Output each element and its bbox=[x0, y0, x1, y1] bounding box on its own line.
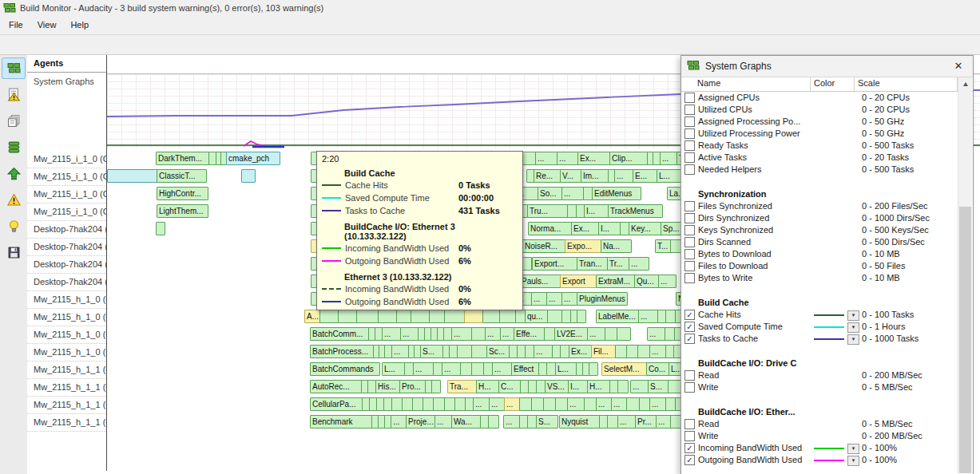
task-bar[interactable]: BatchCommands bbox=[310, 362, 380, 376]
task-bar[interactable]: Proje... bbox=[406, 415, 437, 429]
task-bar[interactable] bbox=[241, 169, 256, 183]
agent-row[interactable]: Desktop-7hak204 (C bbox=[27, 221, 106, 239]
graph-item-row[interactable]: Keys Synchronized0 - 500 Keys/Sec bbox=[681, 224, 958, 236]
task-bar[interactable]: Pr... bbox=[635, 415, 658, 429]
build-monitor-icon[interactable] bbox=[2, 57, 26, 79]
task-bar[interactable]: SelectM... bbox=[601, 362, 649, 376]
graph-checkbox[interactable] bbox=[684, 117, 695, 127]
task-bar[interactable]: Export... bbox=[532, 257, 579, 271]
task-bar[interactable] bbox=[607, 415, 618, 429]
scroll-up-icon[interactable] bbox=[958, 77, 972, 90]
task-bar[interactable]: EditMenus bbox=[592, 187, 641, 200]
agent-row[interactable]: Mw_2115_h_1_1 (C bbox=[27, 379, 106, 397]
task-bar[interactable]: L... bbox=[382, 362, 407, 376]
agent-row[interactable]: Mw_2115_i_1_0 (Co bbox=[27, 151, 106, 168]
task-bar[interactable]: TrackMenus bbox=[608, 204, 663, 218]
task-bar[interactable]: LightThem... bbox=[157, 204, 208, 218]
graph-checkbox[interactable] bbox=[684, 93, 695, 103]
task-bar[interactable] bbox=[457, 345, 473, 358]
column-separator[interactable] bbox=[810, 77, 811, 91]
task-bar[interactable] bbox=[471, 345, 487, 358]
graph-checkbox[interactable] bbox=[684, 431, 695, 441]
build-cache-icon[interactable] bbox=[2, 136, 26, 158]
task-bar[interactable]: AutoRec... bbox=[310, 380, 363, 393]
graph-checkbox[interactable]: ✓ bbox=[684, 455, 695, 465]
task-bar[interactable]: Norma... bbox=[528, 222, 573, 235]
graph-item-row[interactable]: Utilized CPUs0 - 20 CPUs bbox=[681, 104, 958, 116]
menu-help[interactable]: Help bbox=[63, 16, 96, 34]
agent-row[interactable]: Mw_2115_h_1_1 (C bbox=[27, 361, 106, 379]
task-bar[interactable]: NoiseR... bbox=[522, 239, 567, 253]
task-bar[interactable]: DarkThem... bbox=[156, 152, 211, 165]
agent-row[interactable]: Mw_2115_h_1_0 (C bbox=[27, 309, 106, 326]
graph-item-row[interactable]: Write0 - 200 MB/Sec bbox=[681, 430, 958, 442]
task-bar[interactable]: Benchmark bbox=[310, 415, 374, 429]
task-bar[interactable]: Wa... bbox=[451, 415, 482, 429]
graph-checkbox[interactable]: ✓ bbox=[684, 443, 695, 453]
graph-item-row[interactable]: Bytes to Download0 - 10 MB bbox=[681, 248, 958, 260]
graph-item-row[interactable]: ✓Incoming BandWidth Used▾0 - 100% bbox=[681, 442, 958, 454]
agent-row[interactable]: Mw_2115_h_1_1 (C bbox=[27, 397, 106, 414]
graph-checkbox[interactable] bbox=[684, 261, 695, 271]
graph-item-row[interactable]: Assigned Processing Po...0 - 50 GHz bbox=[681, 116, 958, 128]
task-bar[interactable]: ... bbox=[647, 327, 666, 341]
color-dropdown[interactable]: ▾ bbox=[847, 444, 859, 454]
graph-item-row[interactable]: Dirs Scanned0 - 500 Dirs/Sec bbox=[681, 236, 958, 248]
graph-checkbox[interactable] bbox=[684, 140, 695, 151]
task-bar[interactable] bbox=[156, 222, 165, 235]
task-bar[interactable]: Ex... bbox=[571, 222, 601, 235]
task-bar[interactable]: Pauls... bbox=[519, 275, 562, 288]
task-bar[interactable]: Tru... bbox=[527, 204, 569, 218]
color-dropdown[interactable]: ▾ bbox=[847, 334, 859, 345]
task-bar[interactable]: Ex... bbox=[569, 345, 593, 358]
graph-item-row[interactable]: Files Synchronized0 - 200 Files/Sec bbox=[681, 200, 958, 212]
graph-checkbox[interactable]: ✓ bbox=[684, 310, 695, 320]
graph-item-row[interactable]: ✓Tasks to Cache▾0 - 1000 Tasks bbox=[681, 333, 958, 345]
upload-icon[interactable] bbox=[2, 163, 26, 184]
task-bar[interactable] bbox=[577, 310, 586, 323]
graph-item-row[interactable]: Ready Tasks0 - 500 Tasks bbox=[681, 140, 958, 152]
task-bar[interactable]: C... bbox=[498, 380, 522, 393]
graph-checkbox[interactable] bbox=[684, 105, 695, 115]
color-dropdown[interactable]: ▾ bbox=[847, 456, 859, 466]
task-bar[interactable]: ... bbox=[638, 310, 660, 323]
task-bar[interactable]: Key... bbox=[629, 222, 663, 235]
task-bar[interactable] bbox=[617, 380, 629, 393]
task-bar[interactable]: Effect bbox=[511, 362, 541, 376]
task-bar[interactable]: S... bbox=[648, 380, 670, 393]
graph-item-row[interactable]: Read0 - 200 MB/Sec bbox=[681, 369, 958, 381]
graph-item-row[interactable]: ✓Cache Hits▾0 - 100 Tasks bbox=[681, 309, 958, 321]
graph-item-row[interactable]: Assigned CPUs0 - 20 CPUs bbox=[681, 92, 958, 104]
task-bar[interactable]: E... bbox=[633, 169, 659, 183]
task-bar[interactable]: CellularPa... bbox=[310, 397, 364, 411]
graph-item-row[interactable]: Read0 - 5 MB/Sec bbox=[681, 418, 958, 430]
graph-checkbox[interactable] bbox=[684, 152, 695, 163]
graph-checkbox[interactable] bbox=[684, 201, 695, 211]
graph-item-row[interactable]: Utilized Processing Power0 - 50 GHz bbox=[681, 128, 958, 140]
agent-row[interactable]: Desktop-7hak204 (C bbox=[27, 274, 106, 291]
graph-item-row[interactable]: Files to Download0 - 50 Files bbox=[681, 260, 958, 272]
graph-checkbox[interactable] bbox=[684, 382, 695, 393]
save-icon[interactable] bbox=[2, 242, 26, 263]
task-bar[interactable]: PluginMenus bbox=[577, 292, 628, 306]
task-bar[interactable]: Pro... bbox=[399, 380, 427, 393]
task-bar[interactable]: LabelMe... bbox=[596, 310, 640, 323]
close-icon[interactable]: ✕ bbox=[947, 57, 970, 75]
task-bar[interactable]: I... bbox=[584, 204, 610, 218]
scrollbar-thumb[interactable] bbox=[959, 207, 971, 473]
task-bar[interactable]: Na... bbox=[601, 239, 632, 253]
agent-row[interactable]: Mw_2115_h_1_1 (C bbox=[27, 414, 106, 432]
task-bar[interactable] bbox=[617, 327, 631, 341]
task-bar[interactable]: ... bbox=[413, 362, 435, 376]
agent-row[interactable]: Desktop-7hak204 (C bbox=[27, 256, 106, 274]
task-bar[interactable]: H... bbox=[476, 380, 501, 393]
graph-item-row[interactable]: Bytes to Write0 - 10 MB bbox=[681, 272, 958, 284]
task-bar[interactable]: V... bbox=[560, 169, 583, 183]
graph-checkbox[interactable] bbox=[684, 370, 695, 381]
graph-checkbox[interactable] bbox=[684, 237, 695, 247]
color-dropdown[interactable]: ▾ bbox=[847, 322, 859, 333]
graph-checkbox[interactable] bbox=[684, 213, 695, 223]
task-bar[interactable]: VS... bbox=[545, 380, 570, 393]
task-bar[interactable]: HighContr... bbox=[157, 187, 208, 200]
task-bar[interactable]: Tr... bbox=[607, 257, 631, 271]
